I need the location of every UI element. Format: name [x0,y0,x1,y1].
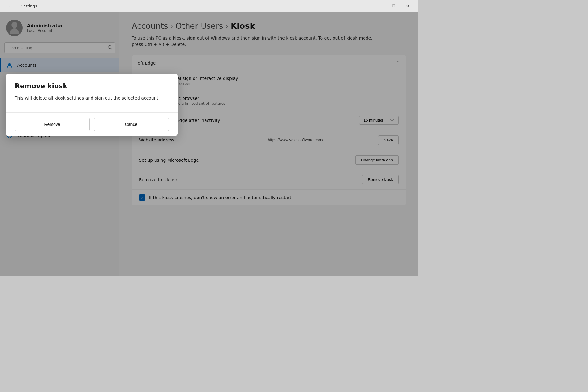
back-icon: ← [9,4,13,8]
close-button[interactable]: ✕ [401,1,415,11]
remove-kiosk-modal: Remove kiosk This will delete all kiosk … [6,74,178,136]
modal-cancel-button[interactable]: Cancel [94,118,169,131]
modal-body: Remove kiosk This will delete all kiosk … [6,74,178,112]
modal-remove-button[interactable]: Remove [15,118,90,131]
back-button[interactable]: ← [4,1,18,11]
title-bar-left: ← Settings [4,1,37,11]
modal-title: Remove kiosk [15,82,169,90]
maximize-button[interactable]: ❐ [386,1,401,11]
title-bar: ← Settings — ❐ ✕ [0,0,418,12]
minimize-button[interactable]: — [372,1,386,11]
modal-overlay: Remove kiosk This will delete all kiosk … [0,12,418,276]
modal-description: This will delete all kiosk settings and … [15,95,169,101]
window-controls: — ❐ ✕ [372,1,415,11]
app-title: Settings [21,4,37,8]
modal-footer: Remove Cancel [6,112,178,136]
